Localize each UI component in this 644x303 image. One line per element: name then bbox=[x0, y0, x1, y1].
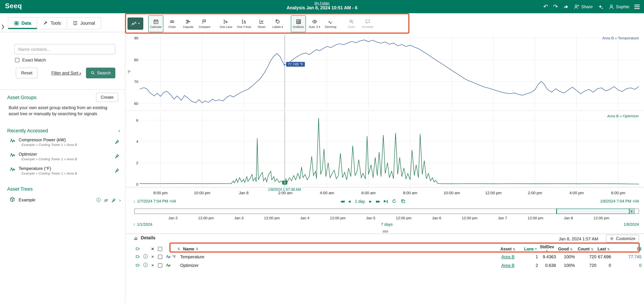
panel-resize-handle[interactable] bbox=[382, 230, 388, 233]
tab-data[interactable]: Data bbox=[8, 17, 37, 29]
toolbar-labels-button[interactable]: Labels ▾ bbox=[270, 15, 285, 32]
pin-icon[interactable] bbox=[114, 154, 119, 158]
forward-share-icon[interactable] bbox=[563, 4, 568, 9]
column-header-lane[interactable]: Lane ^ bbox=[523, 247, 538, 251]
toolbar-compare-button[interactable]: Compare bbox=[197, 15, 212, 32]
filter-and-sort-link[interactable]: Filter and Sort ▾ bbox=[52, 70, 81, 75]
cursor-timestamp: 1/8/2024 1:57:38 AM bbox=[267, 187, 302, 191]
investigate-range-start[interactable]: 1/1/2024 bbox=[137, 222, 152, 227]
investigate-start-arrow-icon[interactable]: ↑ bbox=[133, 222, 135, 227]
step-to-end-icon[interactable]: ▶ bbox=[384, 199, 387, 203]
x-axis-line bbox=[126, 187, 644, 187]
column-header-last[interactable]: Last ⇅ bbox=[596, 247, 611, 251]
duplicate-range-icon[interactable] bbox=[400, 199, 405, 204]
select-all-checkbox[interactable] bbox=[158, 247, 162, 251]
toolbar-calendar-button[interactable]: Calendar bbox=[148, 15, 164, 32]
column-header-stddev[interactable]: StdDev ⇅ bbox=[538, 245, 556, 253]
select-all-tag-icon[interactable] bbox=[134, 247, 142, 251]
breadcrumb[interactable]: My Folder bbox=[286, 1, 357, 5]
asset-link[interactable]: Area B bbox=[501, 254, 514, 259]
toolbar-dimming-button[interactable]: Dimming bbox=[323, 15, 338, 32]
recently-accessed-expand-chevron[interactable]: › bbox=[118, 128, 120, 133]
sidebar-tabs: Data Tools Journal bbox=[8, 17, 101, 29]
toolbar-zoom-button[interactable]: Zoom bbox=[344, 15, 359, 32]
name-contains-input[interactable] bbox=[14, 44, 115, 54]
recent-item-temperature[interactable]: Temperature (°F) Example » Cooling Tower… bbox=[0, 165, 125, 179]
tab-tools[interactable]: Tools bbox=[37, 17, 67, 29]
search-button[interactable]: Search bbox=[86, 68, 115, 78]
ai-assistant-icon[interactable] bbox=[598, 4, 603, 9]
investigate-range-end[interactable]: 1/8/2024 bbox=[624, 222, 639, 227]
column-header-asset[interactable]: Asset ⇅ bbox=[493, 247, 523, 251]
tab-journal[interactable]: Journal bbox=[67, 17, 101, 29]
item-checkbox[interactable] bbox=[158, 255, 162, 259]
investigate-duration[interactable]: 7 days bbox=[372, 222, 401, 227]
recent-item-optimizer[interactable]: Optimizer Example » Cooling Tower 1 » Ar… bbox=[0, 151, 125, 165]
column-header-name[interactable]: Name bbox=[182, 247, 196, 251]
toolbar-one-lane-button[interactable]: One Lane bbox=[218, 15, 234, 32]
auto-update-icon[interactable] bbox=[392, 199, 396, 204]
undo-icon[interactable]: ↶ bbox=[543, 4, 548, 9]
toolbar-hide-items-button[interactable]: Auto: 2 ▾ bbox=[307, 15, 322, 32]
timeline-selection[interactable] bbox=[556, 209, 629, 214]
tab-journal-label: Journal bbox=[80, 21, 95, 26]
toolbar-one-y-axis-button[interactable]: One Y-Axis bbox=[235, 15, 253, 32]
column-header-count[interactable]: Count ⇅ bbox=[575, 247, 596, 251]
item-info-icon[interactable]: ⓘ bbox=[142, 262, 149, 268]
range-step-controls: ◀◀ ◀ 1 day ▶ ▶▶ ▶ bbox=[340, 199, 405, 204]
range-start-arrow-icon[interactable]: ↓ bbox=[133, 199, 135, 203]
remove-all-icon[interactable]: × bbox=[149, 246, 156, 252]
step-forward-fast-icon[interactable]: ▶▶ bbox=[376, 199, 380, 203]
step-size-selector[interactable]: 1 day bbox=[355, 199, 365, 203]
item-checkbox[interactable] bbox=[158, 263, 162, 268]
temperature-lane-chart[interactable] bbox=[140, 35, 639, 109]
timeline-selection-grip[interactable] bbox=[630, 209, 634, 214]
toolbar-gridlines-button[interactable]: Gridlines bbox=[291, 15, 306, 32]
customize-button[interactable]: Customize bbox=[606, 235, 639, 243]
toolbar-annotate-button[interactable]: Annotate bbox=[360, 15, 375, 32]
column-header-good[interactable]: Good ⇅ bbox=[556, 247, 575, 251]
optimizer-lane-chart[interactable] bbox=[140, 113, 639, 187]
item-name[interactable]: Optimizer bbox=[180, 263, 493, 268]
reset-button[interactable]: Reset bbox=[16, 68, 38, 78]
item-info-icon[interactable]: ⓘ bbox=[142, 254, 149, 260]
item-tag-icon[interactable] bbox=[134, 263, 142, 268]
item-remove-icon[interactable]: × bbox=[149, 254, 156, 259]
sidebar-collapse-chevron[interactable]: ❯ bbox=[1, 24, 5, 29]
pin-icon[interactable] bbox=[114, 168, 119, 173]
reset-axes-icon bbox=[259, 19, 264, 24]
investigate-timeline-strip[interactable] bbox=[134, 209, 639, 214]
step-back-icon[interactable]: ◀ bbox=[348, 199, 351, 203]
toolbar-capsule-button[interactable]: Capsule bbox=[181, 15, 196, 32]
step-back-fast-icon[interactable]: ◀◀ bbox=[340, 199, 344, 203]
pin-icon[interactable] bbox=[114, 140, 119, 144]
seeq-app-window: Seeq My Folder Analysis Jan 8, 2024 10:5… bbox=[0, 0, 644, 303]
search-icon bbox=[90, 71, 95, 75]
sort-icon[interactable]: ⇅ bbox=[196, 247, 198, 251]
recent-item-compressor-power[interactable]: Compressor Power (kW) Example » Cooling … bbox=[0, 137, 125, 150]
item-tag-icon[interactable] bbox=[134, 254, 142, 259]
redo-icon[interactable]: ↷ bbox=[553, 4, 558, 9]
asset-link[interactable]: Area B bbox=[501, 263, 514, 268]
column-config-table-icon[interactable] bbox=[611, 247, 642, 251]
item-name[interactable]: Temperature bbox=[180, 254, 493, 259]
hamburger-menu-icon[interactable] bbox=[634, 4, 640, 9]
toolbar-chain-button[interactable]: Chain bbox=[164, 15, 180, 32]
toolbar-reset-button[interactable]: Reset bbox=[254, 15, 269, 32]
view-selector-dropdown[interactable]: ▾ bbox=[128, 17, 143, 30]
timeline-tick-label: Jan 3 bbox=[234, 216, 244, 220]
seeq-logo[interactable]: Seeq bbox=[5, 2, 22, 10]
item-remove-icon[interactable]: × bbox=[149, 263, 156, 268]
topbar-actions: ↶ ↷ Share Sophie bbox=[543, 0, 640, 13]
step-forward-icon[interactable]: ▶ bbox=[369, 199, 372, 203]
share-button[interactable]: Share bbox=[574, 4, 592, 9]
display-range-end[interactable]: 1/8/2024 7:04 PM +04 bbox=[600, 199, 639, 203]
gridlines-icon bbox=[296, 19, 301, 24]
user-menu[interactable]: Sophie bbox=[608, 4, 629, 9]
y-axis-tick-label: 60 bbox=[129, 101, 138, 105]
display-range-start[interactable]: 1/7/2024 7:04 PM +04 bbox=[137, 199, 176, 203]
create-asset-group-button[interactable]: Create bbox=[96, 93, 118, 102]
display-range-row: ↓1/7/2024 7:04 PM +04 ◀◀ ◀ 1 day ▶ ▶▶ ▶ … bbox=[0, 199, 644, 205]
exact-match-checkbox[interactable] bbox=[15, 58, 19, 62]
sort-icon[interactable]: ⇅ bbox=[176, 247, 182, 251]
